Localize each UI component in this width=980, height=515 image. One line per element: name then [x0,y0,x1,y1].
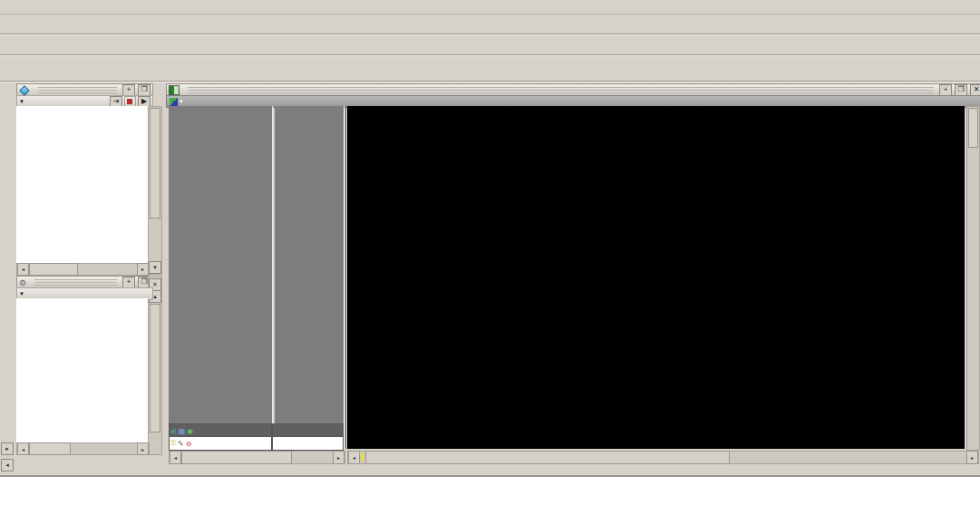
objects-vscrollbar[interactable]: ▾ [148,106,162,275]
wave-hscrollbar[interactable]: ◂ ▸ [347,451,979,464]
cursor-lock-icon[interactable]: ⚿ [170,439,176,448]
values-wave-splitter[interactable] [344,106,344,449]
wave-hscroll-thumb[interactable] [365,451,730,464]
names-scroll-right-icon[interactable]: ▸ [333,451,344,464]
now-badge-icon [127,99,132,104]
wave-icon [169,85,180,95]
wave-vscroll-thumb[interactable] [968,108,978,148]
objects-hscrollbar[interactable]: ◂ ▸ [16,263,150,276]
names-hscrollbar[interactable]: ◂ ▸ [169,451,345,464]
cursor-edit-icon[interactable]: ✎ [178,440,184,448]
wave-canvas[interactable] [347,106,965,449]
main-divider [0,81,980,83]
processes-vscroll-thumb[interactable] [150,304,160,432]
names-scroll-left-icon[interactable]: ◂ [170,451,181,464]
wave-toolbox-icon[interactable] [170,98,178,106]
wave-scroll-left-icon[interactable]: ◂ [348,451,360,464]
wave-scroll-right-icon[interactable]: ▸ [966,451,978,464]
processes-vscrollbar[interactable]: ✕ ▴ [148,276,162,455]
sort-arrow-icon[interactable]: ▼ [19,291,24,296]
objects-list [16,106,148,263]
menu-bar [0,0,980,15]
objects-hscroll-thumb[interactable] [29,263,78,276]
processes-scroll-right-icon[interactable]: ▸ [137,442,149,455]
objects-grip[interactable] [38,87,117,93]
wave-toolbox-dropdown-icon[interactable]: ▾ [180,98,183,105]
objects-vscroll-thumb[interactable] [150,108,160,219]
processes-hscroll-thumb[interactable] [29,442,71,455]
toolbar-divider [0,34,980,35]
corner-scroll-left-icon[interactable]: ◂ [1,459,14,471]
objects-scroll-left-icon[interactable]: ◂ [17,263,29,276]
sort-arrow-icon[interactable]: ▼ [19,99,24,104]
values-wave-splitter-shadow [345,106,346,449]
objects-icon [19,85,29,95]
wave-names-pane [169,106,272,449]
now-tools-icon-1[interactable]: ⋞ [170,427,177,435]
processes-scroll-left-icon[interactable]: ◂ [17,442,29,455]
names-hscroll-thumb[interactable] [181,451,292,464]
now-tools-icon-2[interactable]: ▦ [179,427,186,435]
processes-hscrollbar[interactable]: ◂ ▸ [16,442,150,455]
cursor-delete-icon[interactable]: ⊖ [186,440,192,448]
cursor-position-marker [362,453,364,462]
now-tools-icon-3[interactable]: ◉ [187,427,193,435]
simulator-window: + ❐ ▼ ⇥ ▶ ◂ ▸ ▾ ⚙ + ❐ ✕ ▴ ▼ [0,0,980,477]
toolbar-divider-2 [0,54,980,56]
gear-icon: ⚙ [19,278,26,287]
clipped-left-panel [0,83,16,475]
objects-scroll-down-icon[interactable]: ▾ [149,261,161,274]
processes-grip[interactable] [34,279,117,286]
wave-values-pane [275,106,344,449]
wave-grip[interactable] [188,87,934,93]
corner-scroll-right-icon[interactable]: ▸ [1,442,14,455]
names-values-splitter[interactable] [272,106,273,449]
wave-vscrollbar[interactable] [966,106,980,451]
processes-list [16,298,148,442]
cursor-row[interactable]: ⚿ ✎ ⊖ [169,436,344,451]
